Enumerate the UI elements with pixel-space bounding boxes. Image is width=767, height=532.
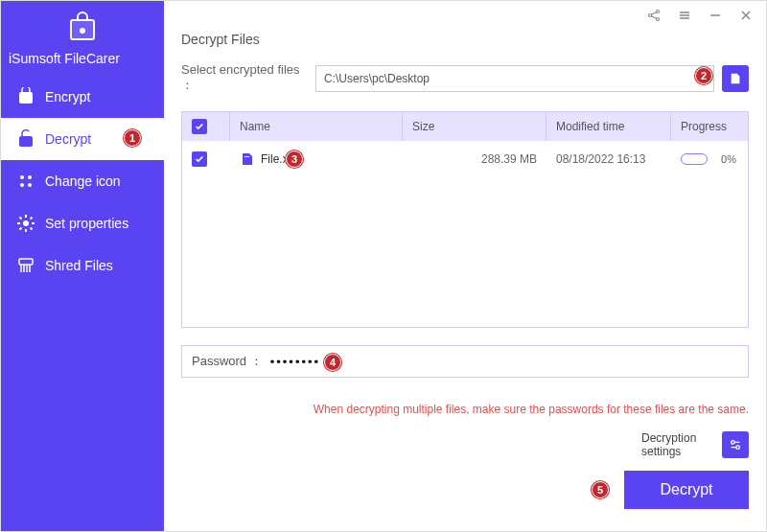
svg-point-1: [81, 29, 84, 33]
grid-icon: [16, 172, 35, 191]
nav: Encrypt Decrypt 1 Change icon Set prope: [1, 76, 164, 287]
progress-bar: [681, 153, 708, 165]
sidebar: iSumsoft FileCarer Encrypt Decrypt 1 Cha: [1, 1, 164, 531]
decrypt-button[interactable]: Decrypt: [624, 471, 749, 509]
sidebar-item-label: Set properties: [45, 216, 128, 231]
callout-2: 2: [695, 67, 712, 84]
file-mtime: 08/18/2022 16:13: [546, 152, 671, 166]
settings-row: Decryption settings: [181, 431, 749, 459]
sidebar-item-encrypt[interactable]: Encrypt: [1, 76, 164, 118]
svg-point-10: [649, 14, 652, 17]
svg-point-6: [20, 183, 24, 187]
brand-name: iSumsoft FileCarer: [1, 51, 164, 76]
content: Decrypt Files Select encrypted files ： 2: [164, 30, 766, 531]
menu-icon[interactable]: [678, 9, 691, 22]
file-size: 288.39 MB: [403, 152, 546, 166]
svg-rect-2: [19, 92, 33, 104]
path-input[interactable]: [315, 65, 714, 92]
main-panel: Decrypt Files Select encrypted files ： 2: [164, 1, 766, 531]
svg-rect-14: [732, 80, 737, 81]
action-row: 5 Decrypt: [181, 471, 749, 509]
row-checkbox[interactable]: [192, 151, 207, 167]
decryption-settings-button[interactable]: [722, 431, 749, 458]
sidebar-item-label: Decrypt: [45, 131, 91, 147]
minimize-icon[interactable]: [709, 9, 722, 22]
app-root: iSumsoft FileCarer Encrypt Decrypt 1 Cha: [1, 1, 766, 531]
gear-icon: [16, 214, 35, 233]
callout-4: 4: [324, 354, 341, 371]
table-row[interactable]: File.xep 288.39 MB 08/18/2022 16:13 0% 3: [182, 141, 748, 177]
lock-icon: [16, 87, 35, 106]
close-icon[interactable]: [739, 9, 753, 22]
page-title: Decrypt Files: [181, 32, 749, 47]
sidebar-item-shred-files[interactable]: Shred Files: [1, 244, 164, 287]
sidebar-item-label: Change icon: [45, 173, 121, 189]
unlock-icon: [16, 129, 35, 149]
checkbox-all[interactable]: [192, 119, 207, 134]
svg-point-17: [736, 446, 740, 450]
progress-pct: 0%: [713, 153, 736, 165]
path-label: Select encrypted files ：: [181, 62, 308, 94]
window-controls: [164, 1, 766, 30]
sidebar-item-decrypt[interactable]: Decrypt 1: [1, 118, 164, 160]
svg-point-16: [732, 441, 735, 445]
share-icon[interactable]: [647, 9, 661, 22]
table-header: Name Size Modified time Progress: [182, 112, 748, 141]
col-progress[interactable]: Progress: [671, 112, 748, 141]
svg-point-4: [20, 175, 24, 179]
svg-point-12: [657, 18, 660, 21]
password-label: Password ：: [192, 353, 263, 370]
file-table: Name Size Modified time Progress: [181, 111, 749, 328]
table-body: File.xep 288.39 MB 08/18/2022 16:13 0% 3: [182, 141, 748, 327]
header-check[interactable]: [182, 112, 230, 141]
svg-rect-13: [732, 79, 737, 80]
col-name[interactable]: Name: [230, 112, 403, 141]
password-row: Password ： 4: [181, 345, 749, 378]
path-row: Select encrypted files ： 2: [181, 62, 749, 94]
callout-5: 5: [592, 481, 609, 498]
sidebar-item-label: Encrypt: [45, 89, 90, 104]
svg-point-8: [23, 220, 29, 226]
svg-point-5: [28, 175, 32, 179]
warning-text: When decrypting multiple files, make sur…: [181, 403, 749, 416]
col-mtime[interactable]: Modified time: [546, 112, 671, 141]
sidebar-item-set-properties[interactable]: Set properties: [1, 202, 164, 244]
shred-icon: [16, 256, 35, 275]
svg-rect-15: [244, 156, 249, 157]
callout-3: 3: [286, 150, 303, 168]
decryption-settings-label: Decryption settings: [641, 431, 710, 459]
svg-point-7: [28, 183, 32, 187]
sidebar-item-label: Shred Files: [45, 258, 113, 273]
file-icon: [240, 151, 255, 167]
app-logo-icon: [65, 11, 100, 45]
svg-point-11: [657, 11, 660, 13]
browse-file-button[interactable]: [722, 65, 749, 92]
sidebar-item-change-icon[interactable]: Change icon: [1, 160, 164, 202]
svg-rect-3: [19, 136, 33, 147]
svg-rect-9: [19, 259, 33, 265]
callout-1: 1: [124, 129, 141, 147]
brand-area: [1, 1, 164, 51]
col-size[interactable]: Size: [403, 112, 546, 141]
